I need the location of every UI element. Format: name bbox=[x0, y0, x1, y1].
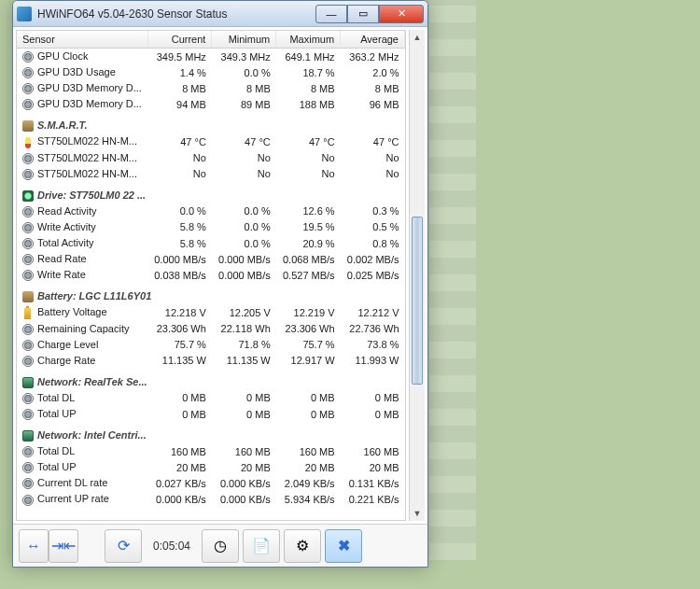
cell-avg: No bbox=[341, 166, 405, 182]
cell-min: No bbox=[212, 150, 276, 166]
cell-avg: 2.0 % bbox=[341, 64, 405, 80]
document-plus-icon: 📄 bbox=[252, 537, 271, 554]
cell-avg: 0.221 KB/s bbox=[341, 491, 405, 507]
vertical-scrollbar[interactable]: ▲ ▼ bbox=[409, 30, 425, 521]
table-row[interactable]: GPU D3D Usage1.4 %0.0 %18.7 %2.0 % bbox=[17, 64, 405, 80]
cell-max: No bbox=[276, 150, 341, 166]
arrows-out-icon: ↔ bbox=[26, 538, 41, 554]
maximize-button[interactable]: ▭ bbox=[347, 5, 379, 23]
therm-icon bbox=[25, 137, 31, 148]
col-minimum[interactable]: Minimum bbox=[212, 31, 276, 49]
cell-cur: 0.038 MB/s bbox=[147, 267, 212, 283]
cell-min: 0.000 MB/s bbox=[212, 251, 276, 267]
table-row[interactable]: Remaining Capacity23.306 Wh22.118 Wh23.3… bbox=[17, 321, 405, 337]
cell-cur: 23.306 Wh bbox=[147, 321, 212, 337]
cell-max: 188 MB bbox=[276, 96, 341, 112]
table-row[interactable]: Write Activity5.8 %0.0 %19.5 %0.5 % bbox=[17, 219, 405, 235]
disk-icon bbox=[22, 120, 34, 132]
sensor-label: Charge Level bbox=[37, 339, 98, 350]
sensor-label: Read Rate bbox=[37, 253, 87, 264]
cell-cur: 12.218 V bbox=[147, 304, 212, 320]
window-title: HWiNFO64 v5.04-2630 Sensor Status bbox=[37, 7, 315, 21]
close-sensors-button[interactable]: ✖ bbox=[325, 529, 362, 563]
table-row[interactable]: GPU Clock349.5 MHz349.3 MHz649.1 MHz363.… bbox=[17, 49, 405, 65]
gear-icon bbox=[22, 324, 34, 335]
table-row[interactable]: Write Rate0.038 MB/s0.000 MB/s0.527 MB/s… bbox=[17, 267, 405, 283]
gear-icon: ⚙ bbox=[296, 537, 309, 554]
cell-max: 19.5 % bbox=[276, 219, 341, 235]
table-row[interactable]: Read Activity0.0 %0.0 %12.6 %0.3 % bbox=[17, 203, 405, 219]
cell-min: 349.3 MHz bbox=[212, 49, 276, 65]
log-button[interactable]: 📄 bbox=[243, 529, 280, 563]
cell-min: 20 MB bbox=[212, 459, 276, 475]
table-row[interactable]: Current UP rate0.000 KB/s0.000 KB/s5.934… bbox=[17, 491, 405, 507]
titlebar[interactable]: HWiNFO64 v5.04-2630 Sensor Status — ▭ ✕ bbox=[13, 1, 427, 27]
cell-cur: 0.000 KB/s bbox=[147, 491, 212, 507]
group-header[interactable]: Drive: ST750LM0 22 ... bbox=[17, 182, 405, 203]
scroll-down-icon[interactable]: ▼ bbox=[410, 506, 425, 521]
sensor-label: GPU Clock bbox=[37, 50, 88, 62]
cell-cur: 5.8 % bbox=[147, 235, 212, 251]
minimize-button[interactable]: — bbox=[315, 5, 347, 23]
sensor-table-wrap[interactable]: Sensor Current Minimum Maximum Average G… bbox=[16, 30, 406, 521]
cell-max: 2.049 KB/s bbox=[276, 475, 341, 491]
cell-avg: 11.993 W bbox=[341, 353, 405, 369]
settings-button[interactable]: ⚙ bbox=[284, 529, 321, 563]
elapsed-time: 0:05:04 bbox=[153, 540, 190, 553]
gear-icon bbox=[22, 270, 34, 281]
table-row[interactable]: ST750LM022 HN-M...NoNoNoNo bbox=[17, 166, 405, 182]
expand-all-button[interactable]: ↔ bbox=[19, 529, 49, 563]
group-header[interactable]: Battery: LGC L11L6Y01 bbox=[17, 283, 405, 304]
col-maximum[interactable]: Maximum bbox=[276, 31, 341, 49]
cell-avg: 0.131 KB/s bbox=[341, 475, 405, 491]
col-current[interactable]: Current bbox=[147, 31, 212, 49]
table-row[interactable]: Total UP20 MB20 MB20 MB20 MB bbox=[17, 459, 405, 475]
gdisk-icon bbox=[22, 190, 34, 202]
cell-cur: 349.5 MHz bbox=[147, 49, 212, 65]
table-row[interactable]: ST750LM022 HN-M...NoNoNoNo bbox=[17, 150, 405, 166]
sensor-table: Sensor Current Minimum Maximum Average G… bbox=[17, 31, 405, 508]
refresh-icon: ⟳ bbox=[118, 537, 130, 554]
gear-icon bbox=[22, 222, 34, 233]
header-row: Sensor Current Minimum Maximum Average bbox=[17, 31, 405, 49]
cell-avg: 8 MB bbox=[341, 80, 405, 96]
table-row[interactable]: GPU D3D Memory D...94 MB89 MB188 MB96 MB bbox=[17, 96, 405, 112]
scroll-up-icon[interactable]: ▲ bbox=[410, 30, 425, 45]
table-row[interactable]: Total Activity5.8 %0.0 %20.9 %0.8 % bbox=[17, 235, 405, 251]
cell-max: 8 MB bbox=[276, 80, 341, 96]
cell-min: 0 MB bbox=[212, 390, 276, 406]
table-row[interactable]: Total DL0 MB0 MB0 MB0 MB bbox=[17, 390, 405, 406]
gear-icon bbox=[22, 51, 34, 63]
scroll-thumb[interactable] bbox=[412, 217, 423, 385]
collapse-all-button[interactable]: ⇥⇤ bbox=[49, 529, 78, 563]
group-header[interactable]: Network: Intel Centri... bbox=[17, 422, 405, 443]
cell-min: 0.000 KB/s bbox=[212, 491, 276, 507]
table-row[interactable]: Battery Voltage12.218 V12.205 V12.219 V1… bbox=[17, 304, 405, 320]
gear-icon bbox=[22, 356, 34, 367]
col-average[interactable]: Average bbox=[341, 31, 405, 49]
group-header[interactable]: Network: RealTek Se... bbox=[17, 369, 405, 390]
sensor-label: Remaining Capacity bbox=[37, 323, 129, 334]
table-row[interactable]: ST750LM022 HN-M...47 °C47 °C47 °C47 °C bbox=[17, 133, 405, 149]
col-sensor[interactable]: Sensor bbox=[17, 31, 147, 49]
table-row[interactable]: GPU D3D Memory D...8 MB8 MB8 MB8 MB bbox=[17, 80, 405, 96]
clock-button[interactable]: ◷ bbox=[202, 529, 239, 563]
cell-avg: 0.025 MB/s bbox=[341, 267, 405, 283]
table-row[interactable]: Total UP0 MB0 MB0 MB0 MB bbox=[17, 406, 405, 422]
gear-icon bbox=[22, 67, 34, 78]
cell-avg: 73.8 % bbox=[341, 337, 405, 353]
gear-icon bbox=[22, 495, 34, 506]
clock-icon: ◷ bbox=[214, 537, 227, 554]
table-row[interactable]: Charge Level75.7 %71.8 %75.7 %73.8 % bbox=[17, 337, 405, 353]
table-row[interactable]: Total DL160 MB160 MB160 MB160 MB bbox=[17, 443, 405, 459]
close-button[interactable]: ✕ bbox=[379, 5, 424, 23]
group-label: Drive: ST750LM0 22 ... bbox=[37, 189, 146, 201]
sensor-label: ST750LM022 HN-M... bbox=[37, 152, 137, 163]
refresh-button[interactable]: ⟳ bbox=[105, 529, 142, 563]
table-row[interactable]: Read Rate0.000 MB/s0.000 MB/s0.068 MB/s0… bbox=[17, 251, 405, 267]
table-row[interactable]: Charge Rate11.135 W11.135 W12.917 W11.99… bbox=[17, 353, 405, 369]
group-header[interactable]: S.M.A.R.T. bbox=[17, 112, 405, 133]
arrows-in-icon: ⇥⇤ bbox=[51, 537, 76, 554]
table-row[interactable]: Current DL rate0.027 KB/s0.000 KB/s2.049… bbox=[17, 475, 405, 491]
cell-avg: 363.2 MHz bbox=[341, 49, 405, 65]
